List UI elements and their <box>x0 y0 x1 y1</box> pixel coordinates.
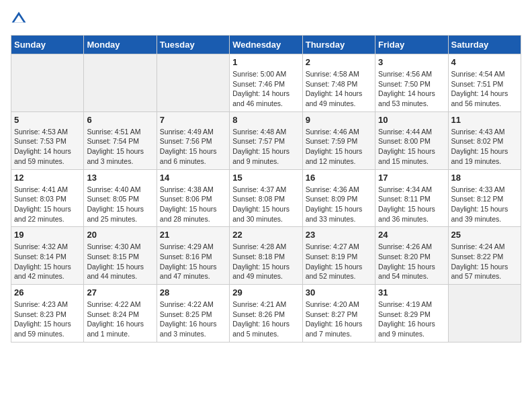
day-info: Sunrise: 4:46 AM Sunset: 7:59 PM Dayligh… <box>306 127 372 167</box>
day-info: Sunrise: 4:51 AM Sunset: 7:54 PM Dayligh… <box>87 127 153 167</box>
day-number: 29 <box>232 287 299 298</box>
day-info: Sunrise: 4:21 AM Sunset: 8:26 PM Dayligh… <box>232 300 299 339</box>
day-number: 7 <box>160 115 226 125</box>
weekday-header-sunday: Sunday <box>11 36 84 54</box>
weekday-header-friday: Friday <box>375 36 448 54</box>
day-number: 2 <box>306 57 372 67</box>
day-number: 22 <box>232 230 299 240</box>
calendar-cell: 6Sunrise: 4:51 AM Sunset: 7:54 PM Daylig… <box>84 111 157 169</box>
calendar-cell: 16Sunrise: 4:36 AM Sunset: 8:09 PM Dayli… <box>302 169 375 227</box>
day-info: Sunrise: 4:28 AM Sunset: 8:18 PM Dayligh… <box>232 242 299 281</box>
calendar-table: SundayMondayTuesdayWednesdayThursdayFrid… <box>11 35 521 342</box>
calendar-cell: 20Sunrise: 4:30 AM Sunset: 8:15 PM Dayli… <box>84 227 157 285</box>
day-info: Sunrise: 4:32 AM Sunset: 8:14 PM Dayligh… <box>14 242 81 281</box>
day-info: Sunrise: 4:33 AM Sunset: 8:12 PM Dayligh… <box>451 185 518 224</box>
calendar-cell: 31Sunrise: 4:19 AM Sunset: 8:29 PM Dayli… <box>375 285 448 342</box>
calendar-cell: 26Sunrise: 4:23 AM Sunset: 8:23 PM Dayli… <box>11 285 84 342</box>
day-number: 13 <box>87 173 153 183</box>
day-info: Sunrise: 4:34 AM Sunset: 8:11 PM Dayligh… <box>378 185 445 224</box>
calendar-cell: 17Sunrise: 4:34 AM Sunset: 8:11 PM Dayli… <box>375 169 448 227</box>
weekday-header-wednesday: Wednesday <box>230 36 302 54</box>
calendar-cell: 1Sunrise: 5:00 AM Sunset: 7:46 PM Daylig… <box>230 54 302 112</box>
calendar-cell: 19Sunrise: 4:32 AM Sunset: 8:14 PM Dayli… <box>11 227 84 285</box>
calendar-week-row: 19Sunrise: 4:32 AM Sunset: 8:14 PM Dayli… <box>11 227 521 285</box>
calendar-cell <box>11 54 84 112</box>
weekday-header-row: SundayMondayTuesdayWednesdayThursdayFrid… <box>11 36 521 54</box>
day-info: Sunrise: 4:43 AM Sunset: 8:02 PM Dayligh… <box>451 127 518 167</box>
day-info: Sunrise: 4:29 AM Sunset: 8:16 PM Dayligh… <box>160 242 226 281</box>
day-number: 9 <box>306 115 372 125</box>
day-info: Sunrise: 4:53 AM Sunset: 7:53 PM Dayligh… <box>14 127 81 167</box>
day-info: Sunrise: 4:48 AM Sunset: 7:57 PM Dayligh… <box>232 127 299 167</box>
calendar-week-row: 1Sunrise: 5:00 AM Sunset: 7:46 PM Daylig… <box>11 54 521 112</box>
calendar-cell <box>157 54 229 112</box>
day-number: 20 <box>87 230 153 240</box>
calendar-cell: 10Sunrise: 4:44 AM Sunset: 8:00 PM Dayli… <box>375 111 448 169</box>
calendar-cell: 14Sunrise: 4:38 AM Sunset: 8:06 PM Dayli… <box>157 169 229 227</box>
day-number: 6 <box>87 115 153 125</box>
day-info: Sunrise: 4:54 AM Sunset: 7:51 PM Dayligh… <box>451 69 518 109</box>
day-info: Sunrise: 4:30 AM Sunset: 8:15 PM Dayligh… <box>87 242 153 281</box>
day-number: 26 <box>14 287 81 298</box>
calendar-cell: 8Sunrise: 4:48 AM Sunset: 7:57 PM Daylig… <box>230 111 302 169</box>
day-number: 8 <box>232 115 299 125</box>
calendar-cell: 2Sunrise: 4:58 AM Sunset: 7:48 PM Daylig… <box>302 54 375 112</box>
logo <box>11 11 30 27</box>
calendar-week-row: 26Sunrise: 4:23 AM Sunset: 8:23 PM Dayli… <box>11 285 521 342</box>
calendar-cell: 11Sunrise: 4:43 AM Sunset: 8:02 PM Dayli… <box>448 111 521 169</box>
day-info: Sunrise: 4:26 AM Sunset: 8:20 PM Dayligh… <box>378 242 445 281</box>
day-info: Sunrise: 4:49 AM Sunset: 7:56 PM Dayligh… <box>160 127 226 167</box>
day-number: 10 <box>378 115 445 125</box>
logo-icon <box>11 11 27 27</box>
day-number: 24 <box>378 230 445 240</box>
day-info: Sunrise: 4:38 AM Sunset: 8:06 PM Dayligh… <box>160 185 226 224</box>
weekday-header-saturday: Saturday <box>448 36 521 54</box>
calendar-cell <box>84 54 157 112</box>
calendar-week-row: 12Sunrise: 4:41 AM Sunset: 8:03 PM Dayli… <box>11 169 521 227</box>
day-number: 27 <box>87 287 153 298</box>
calendar-cell: 24Sunrise: 4:26 AM Sunset: 8:20 PM Dayli… <box>375 227 448 285</box>
weekday-header-thursday: Thursday <box>302 36 375 54</box>
day-info: Sunrise: 4:56 AM Sunset: 7:50 PM Dayligh… <box>378 69 445 109</box>
weekday-header-monday: Monday <box>84 36 157 54</box>
calendar-week-row: 5Sunrise: 4:53 AM Sunset: 7:53 PM Daylig… <box>11 111 521 169</box>
day-number: 11 <box>451 115 518 125</box>
page-header <box>11 11 521 27</box>
day-number: 23 <box>306 230 372 240</box>
day-number: 5 <box>14 115 81 125</box>
day-number: 17 <box>378 173 445 183</box>
calendar-cell: 13Sunrise: 4:40 AM Sunset: 8:05 PM Dayli… <box>84 169 157 227</box>
calendar-cell: 12Sunrise: 4:41 AM Sunset: 8:03 PM Dayli… <box>11 169 84 227</box>
day-number: 21 <box>160 230 226 240</box>
day-number: 31 <box>378 287 445 298</box>
day-info: Sunrise: 4:36 AM Sunset: 8:09 PM Dayligh… <box>306 185 372 224</box>
day-info: Sunrise: 4:23 AM Sunset: 8:23 PM Dayligh… <box>14 300 81 339</box>
day-info: Sunrise: 5:00 AM Sunset: 7:46 PM Dayligh… <box>232 69 299 109</box>
day-info: Sunrise: 4:22 AM Sunset: 8:25 PM Dayligh… <box>160 300 226 339</box>
day-info: Sunrise: 4:20 AM Sunset: 8:27 PM Dayligh… <box>306 300 372 339</box>
calendar-cell: 15Sunrise: 4:37 AM Sunset: 8:08 PM Dayli… <box>230 169 302 227</box>
calendar-cell <box>448 285 521 342</box>
day-number: 4 <box>451 57 518 67</box>
calendar-cell: 3Sunrise: 4:56 AM Sunset: 7:50 PM Daylig… <box>375 54 448 112</box>
calendar-cell: 25Sunrise: 4:24 AM Sunset: 8:22 PM Dayli… <box>448 227 521 285</box>
calendar-cell: 22Sunrise: 4:28 AM Sunset: 8:18 PM Dayli… <box>230 227 302 285</box>
day-number: 30 <box>306 287 372 298</box>
day-info: Sunrise: 4:24 AM Sunset: 8:22 PM Dayligh… <box>451 242 518 281</box>
calendar-cell: 29Sunrise: 4:21 AM Sunset: 8:26 PM Dayli… <box>230 285 302 342</box>
calendar-cell: 28Sunrise: 4:22 AM Sunset: 8:25 PM Dayli… <box>157 285 229 342</box>
day-number: 28 <box>160 287 226 298</box>
day-info: Sunrise: 4:40 AM Sunset: 8:05 PM Dayligh… <box>87 185 153 224</box>
calendar-cell: 18Sunrise: 4:33 AM Sunset: 8:12 PM Dayli… <box>448 169 521 227</box>
calendar-cell: 9Sunrise: 4:46 AM Sunset: 7:59 PM Daylig… <box>302 111 375 169</box>
day-number: 1 <box>232 57 299 67</box>
day-info: Sunrise: 4:27 AM Sunset: 8:19 PM Dayligh… <box>306 242 372 281</box>
day-info: Sunrise: 4:22 AM Sunset: 8:24 PM Dayligh… <box>87 300 153 339</box>
day-info: Sunrise: 4:44 AM Sunset: 8:00 PM Dayligh… <box>378 127 445 167</box>
day-number: 16 <box>306 173 372 183</box>
calendar-cell: 27Sunrise: 4:22 AM Sunset: 8:24 PM Dayli… <box>84 285 157 342</box>
calendar-cell: 30Sunrise: 4:20 AM Sunset: 8:27 PM Dayli… <box>302 285 375 342</box>
calendar-cell: 23Sunrise: 4:27 AM Sunset: 8:19 PM Dayli… <box>302 227 375 285</box>
calendar-cell: 7Sunrise: 4:49 AM Sunset: 7:56 PM Daylig… <box>157 111 229 169</box>
day-number: 3 <box>378 57 445 67</box>
